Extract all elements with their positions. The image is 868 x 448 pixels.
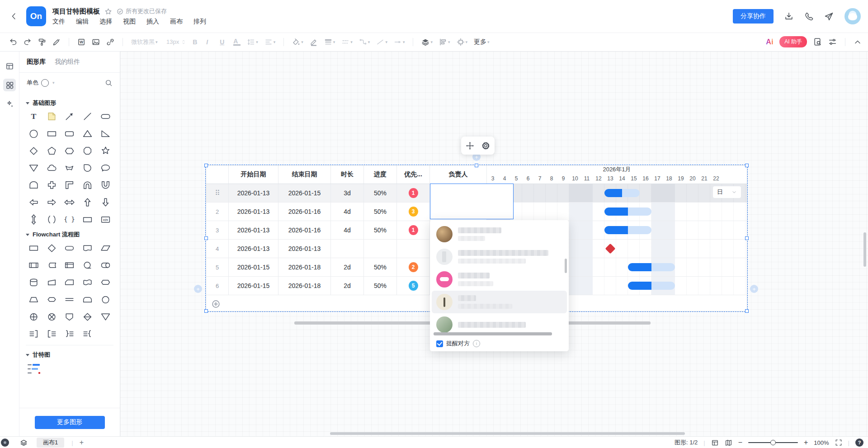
shape-arrow-down[interactable] <box>96 196 114 209</box>
send-icon[interactable] <box>824 12 834 21</box>
shape-pill[interactable] <box>96 110 114 123</box>
zoom-out-button[interactable]: − <box>738 439 742 446</box>
cell-timeline[interactable] <box>487 203 747 221</box>
cell-duration[interactable]: 2d <box>331 258 364 276</box>
gantt-bar-remaining[interactable] <box>622 189 640 197</box>
shape-process[interactable] <box>25 241 43 255</box>
back-icon[interactable] <box>8 10 20 22</box>
cell-progress[interactable]: 50% <box>364 258 397 276</box>
shape-merge[interactable] <box>96 310 114 323</box>
remind-checkbox[interactable] <box>436 340 443 347</box>
shape-document[interactable] <box>79 241 97 255</box>
add-canvas-button[interactable]: + <box>80 439 84 446</box>
assignee-option[interactable] <box>430 245 569 268</box>
shape-parentheses[interactable] <box>43 213 61 226</box>
gear-icon[interactable] <box>481 141 490 150</box>
shape-rectangle[interactable] <box>43 127 61 140</box>
ai-assistant-button[interactable]: AI 助手 <box>779 36 807 47</box>
shape-diamond[interactable] <box>25 144 43 157</box>
arrow-end-icon[interactable]: ▾ <box>394 38 405 46</box>
canvas-vertical-scrollbar[interactable] <box>863 232 866 267</box>
gantt-bar[interactable] <box>604 207 628 216</box>
cell-progress[interactable] <box>364 240 397 258</box>
shape-annotation-brace-left[interactable] <box>79 327 97 340</box>
shape-annotation-left[interactable] <box>43 327 61 340</box>
connect-handle-right[interactable]: + <box>750 285 758 293</box>
menu-item-4[interactable]: 插入 <box>146 18 159 26</box>
table-view-icon[interactable] <box>711 439 719 447</box>
row-handle[interactable]: 4 <box>206 240 229 258</box>
menu-item-0[interactable]: 文件 <box>52 18 65 26</box>
gantt-bar-remaining[interactable] <box>628 207 651 216</box>
line-color-icon[interactable] <box>310 38 318 46</box>
cell-duration[interactable] <box>331 240 364 258</box>
dropdown-vertical-scrollbar[interactable] <box>565 259 567 273</box>
canvas[interactable]: 开始日期结束日期时长进度优先...负责人2026年1月3456789101112… <box>120 52 868 436</box>
section-basic-shapes[interactable]: 基础图形 <box>26 99 113 107</box>
shape-corner[interactable] <box>61 179 79 192</box>
shape-off-page-connector[interactable] <box>61 310 79 323</box>
shape-display[interactable] <box>79 293 97 306</box>
cell-end-date[interactable]: 2026-01-18 <box>278 277 331 295</box>
shape-rounded-rectangle[interactable] <box>61 127 79 140</box>
cell-duration[interactable]: 2d <box>331 277 364 295</box>
cell-priority[interactable]: 3 <box>397 203 430 221</box>
shape-u-shape-rotated[interactable] <box>96 179 114 192</box>
star-icon[interactable] <box>104 8 112 15</box>
shape-alternate-process[interactable] <box>96 276 114 289</box>
assignee-option[interactable] <box>430 268 569 291</box>
gantt-bar-remaining[interactable] <box>651 282 675 290</box>
shape-curved-banner[interactable] <box>61 161 79 174</box>
shape-sticky-note[interactable] <box>43 110 61 123</box>
canvas-tab[interactable]: 画布1 <box>37 438 64 448</box>
shape-arrow-both[interactable] <box>61 196 79 209</box>
shape-annotation-right[interactable] <box>25 327 43 340</box>
shape-card[interactable] <box>61 276 79 289</box>
section-gantt[interactable]: 甘特图 <box>26 345 113 359</box>
image-icon[interactable] <box>92 38 100 46</box>
cell-progress[interactable]: 50% <box>364 184 397 202</box>
app-logo[interactable]: On <box>26 6 46 26</box>
canvas-horizontal-scrollbar[interactable] <box>330 432 685 435</box>
time-unit-selector[interactable]: 日 <box>713 186 741 198</box>
format-painter-icon[interactable] <box>38 38 46 46</box>
cell-end-date[interactable]: 2026-01-18 <box>278 258 331 276</box>
cell-start-date[interactable]: 2026-01-13 <box>229 221 278 239</box>
dropdown-horizontal-scrollbar[interactable] <box>434 332 552 335</box>
shape-stored-data[interactable] <box>43 259 61 272</box>
layers-icon[interactable]: ▾ <box>421 38 433 46</box>
shape-arrow-up[interactable] <box>79 196 97 209</box>
text-align-icon[interactable]: ▾ <box>264 38 276 46</box>
resize-handle[interactable] <box>204 164 208 167</box>
shape-decision[interactable] <box>43 241 61 255</box>
panel-layout-icon[interactable] <box>3 60 16 72</box>
section-flowchart[interactable]: Flowchart 流程图 <box>26 231 113 239</box>
shape-terminator[interactable] <box>61 241 79 255</box>
line-dash-icon[interactable]: ▾ <box>341 38 353 46</box>
shape-database[interactable] <box>25 276 43 289</box>
connect-handle-left[interactable]: + <box>194 285 202 293</box>
row-handle[interactable]: ⠿ <box>206 184 229 202</box>
shape-manual-operation[interactable] <box>43 276 61 289</box>
cell-end-date[interactable]: 2026-01-16 <box>278 221 331 239</box>
shape-connector[interactable] <box>96 293 114 306</box>
underline-button[interactable]: U <box>220 38 227 46</box>
cell-start-date[interactable]: 2026-01-13 <box>229 240 278 258</box>
resize-handle[interactable] <box>745 236 749 240</box>
shape-sequential-data[interactable] <box>79 259 97 272</box>
shape-arrow[interactable] <box>61 110 79 123</box>
shapes-library-icon[interactable] <box>3 79 16 91</box>
assignee-option[interactable] <box>432 291 567 313</box>
menu-item-5[interactable]: 画布 <box>170 18 183 26</box>
assignee-option[interactable] <box>430 223 569 245</box>
zoom-in-button[interactable]: + <box>804 439 808 446</box>
assignee-edit-cell[interactable] <box>430 184 514 219</box>
resize-handle[interactable] <box>475 164 478 167</box>
row-handle[interactable]: 6 <box>206 277 229 295</box>
shape-triangle[interactable] <box>79 127 97 140</box>
document-title[interactable]: 项目甘特图模板 <box>52 7 100 16</box>
row-handle[interactable]: 5 <box>206 258 229 276</box>
stepper-icon[interactable] <box>181 39 186 45</box>
shape-summing-junction[interactable] <box>43 310 61 323</box>
shape-cloud[interactable] <box>43 161 61 174</box>
